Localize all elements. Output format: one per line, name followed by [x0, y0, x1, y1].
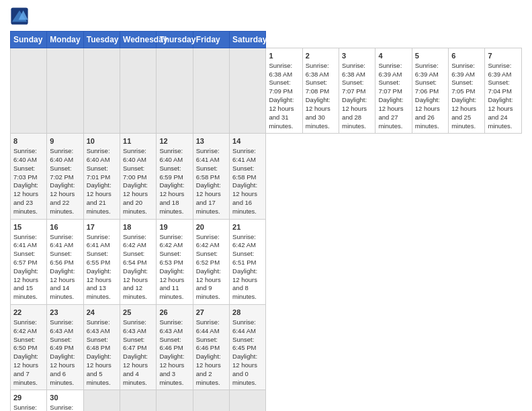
calendar-cell — [120, 390, 157, 411]
calendar-cell — [83, 48, 120, 134]
sunrise-label: Sunrise: 6:40 AM — [50, 147, 73, 163]
sunrise-label: Sunrise: 6:42 AM — [159, 233, 183, 249]
calendar-week-5: 29Sunrise: 6:44 AMSunset: 6:44 PMDayligh… — [11, 390, 522, 411]
sunset-label: Sunset: 6:55 PM — [87, 250, 110, 266]
sunrise-label: Sunrise: 6:41 AM — [196, 147, 220, 163]
calendar-cell: 1Sunrise: 6:38 AMSunset: 7:09 PMDaylight… — [266, 48, 302, 134]
calendar-cell — [157, 48, 193, 134]
daylight-label: Daylight: 12 hours and 7 minutes. — [13, 353, 38, 385]
calendar-cell: 2Sunrise: 6:38 AMSunset: 7:08 PMDaylight… — [302, 48, 339, 134]
day-number: 18 — [123, 222, 153, 232]
sunrise-label: Sunrise: 6:42 AM — [13, 318, 37, 334]
day-number: 4 — [378, 51, 408, 61]
sunrise-label: Sunrise: 6:44 AM — [196, 318, 220, 334]
sunset-label: Sunset: 7:06 PM — [415, 79, 439, 95]
day-number: 19 — [159, 222, 189, 232]
day-number: 15 — [13, 222, 44, 232]
daylight-label: Daylight: 12 hours and 8 minutes. — [232, 267, 257, 300]
day-number: 22 — [13, 308, 44, 318]
day-number: 16 — [50, 222, 80, 232]
day-number: 3 — [342, 51, 372, 61]
sunrise-label: Sunrise: 6:44 AM — [50, 404, 73, 411]
calendar-cell: 24Sunrise: 6:43 AMSunset: 6:48 PMDayligh… — [83, 305, 120, 390]
daylight-label: Daylight: 12 hours and 25 minutes. — [451, 96, 476, 129]
sunset-label: Sunset: 7:00 PM — [123, 165, 146, 181]
sunrise-label: Sunrise: 6:41 AM — [13, 233, 37, 249]
sunrise-label: Sunrise: 6:38 AM — [269, 62, 292, 78]
sunrise-label: Sunrise: 6:43 AM — [50, 318, 73, 334]
calendar-cell — [11, 48, 47, 134]
calendar-cell: 5Sunrise: 6:39 AMSunset: 7:06 PMDaylight… — [412, 48, 448, 134]
sunrise-label: Sunrise: 6:38 AM — [342, 62, 365, 78]
daylight-label: Daylight: 12 hours and 5 minutes. — [87, 353, 112, 385]
day-number: 27 — [196, 308, 226, 318]
day-number: 21 — [232, 222, 263, 232]
sunrise-label: Sunrise: 6:39 AM — [488, 62, 511, 78]
daylight-label: Daylight: 12 hours and 17 minutes. — [196, 181, 221, 214]
daylight-label: Daylight: 12 hours and 26 minutes. — [415, 96, 440, 129]
day-number: 2 — [306, 51, 336, 61]
calendar-cell: 4Sunrise: 6:39 AMSunset: 7:07 PMDaylight… — [375, 48, 412, 134]
sunrise-label: Sunrise: 6:42 AM — [196, 233, 220, 249]
daylight-label: Daylight: 12 hours and 27 minutes. — [378, 96, 403, 129]
sunset-label: Sunset: 6:57 PM — [13, 250, 37, 266]
logo-icon — [10, 7, 29, 26]
sunrise-label: Sunrise: 6:43 AM — [123, 318, 146, 334]
sunset-label: Sunset: 6:46 PM — [196, 336, 220, 352]
day-number: 26 — [159, 308, 189, 318]
sunset-label: Sunset: 6:58 PM — [196, 165, 220, 181]
calendar-cell: 6Sunrise: 6:39 AMSunset: 7:05 PMDaylight… — [449, 48, 485, 134]
sunset-label: Sunset: 7:07 PM — [378, 79, 402, 95]
calendar-cell: 8Sunrise: 6:40 AMSunset: 7:03 PMDaylight… — [11, 134, 47, 219]
calendar-cell: 20Sunrise: 6:42 AMSunset: 6:52 PMDayligh… — [193, 219, 229, 304]
sunrise-label: Sunrise: 6:39 AM — [415, 62, 439, 78]
daylight-label: Daylight: 12 hours and 24 minutes. — [488, 96, 513, 129]
calendar-cell: 27Sunrise: 6:44 AMSunset: 6:46 PMDayligh… — [193, 305, 229, 390]
sunset-label: Sunset: 6:49 PM — [50, 336, 73, 352]
daylight-label: Daylight: 12 hours and 4 minutes. — [123, 353, 148, 385]
daylight-label: Daylight: 12 hours and 11 minutes. — [159, 267, 184, 300]
day-header-tuesday: Tuesday — [83, 32, 120, 48]
sunset-label: Sunset: 6:48 PM — [87, 336, 110, 352]
daylight-label: Daylight: 12 hours and 30 minutes. — [306, 96, 330, 129]
logo — [10, 7, 32, 26]
calendar-cell: 15Sunrise: 6:41 AMSunset: 6:57 PMDayligh… — [11, 219, 47, 304]
day-header-saturday: Saturday — [230, 32, 266, 48]
sunset-label: Sunset: 6:53 PM — [159, 250, 183, 266]
daylight-label: Daylight: 12 hours and 22 minutes. — [50, 181, 75, 214]
sunset-label: Sunset: 6:54 PM — [123, 250, 146, 266]
day-number: 11 — [123, 136, 153, 146]
daylight-label: Daylight: 12 hours and 2 minutes. — [196, 353, 221, 385]
daylight-label: Daylight: 12 hours and 18 minutes. — [159, 181, 184, 214]
day-number: 12 — [159, 136, 189, 146]
calendar-cell — [193, 390, 229, 411]
calendar-cell: 30Sunrise: 6:44 AMSunset: 6:43 PMDayligh… — [47, 390, 83, 411]
calendar-cell: 18Sunrise: 6:42 AMSunset: 6:54 PMDayligh… — [120, 219, 157, 304]
day-header-sunday: Sunday — [11, 32, 47, 48]
calendar-cell — [193, 48, 229, 134]
day-number: 13 — [196, 136, 226, 146]
sunset-label: Sunset: 7:07 PM — [342, 79, 365, 95]
calendar-cell: 25Sunrise: 6:43 AMSunset: 6:47 PMDayligh… — [120, 305, 157, 390]
sunrise-label: Sunrise: 6:42 AM — [123, 233, 146, 249]
sunrise-label: Sunrise: 6:39 AM — [378, 62, 402, 78]
day-number: 28 — [232, 308, 263, 318]
calendar-cell — [230, 48, 266, 134]
sunrise-label: Sunrise: 6:41 AM — [50, 233, 73, 249]
daylight-label: Daylight: 12 hours and 28 minutes. — [342, 96, 367, 129]
day-number: 10 — [87, 136, 117, 146]
sunset-label: Sunset: 6:59 PM — [159, 165, 183, 181]
sunset-label: Sunset: 6:50 PM — [13, 336, 37, 352]
day-header-wednesday: Wednesday — [120, 32, 157, 48]
calendar-cell: 14Sunrise: 6:41 AMSunset: 6:58 PMDayligh… — [230, 134, 266, 219]
calendar-cell: 23Sunrise: 6:43 AMSunset: 6:49 PMDayligh… — [47, 305, 83, 390]
day-header-thursday: Thursday — [157, 32, 193, 48]
calendar-cell — [120, 48, 157, 134]
day-number: 25 — [123, 308, 153, 318]
sunset-label: Sunset: 7:02 PM — [50, 165, 73, 181]
daylight-label: Daylight: 12 hours and 21 minutes. — [87, 181, 112, 214]
sunset-label: Sunset: 6:51 PM — [232, 250, 256, 266]
calendar-header-row: SundayMondayTuesdayWednesdayThursdayFrid… — [11, 32, 522, 48]
calendar-cell: 29Sunrise: 6:44 AMSunset: 6:44 PMDayligh… — [11, 390, 47, 411]
sunset-label: Sunset: 7:04 PM — [488, 79, 511, 95]
